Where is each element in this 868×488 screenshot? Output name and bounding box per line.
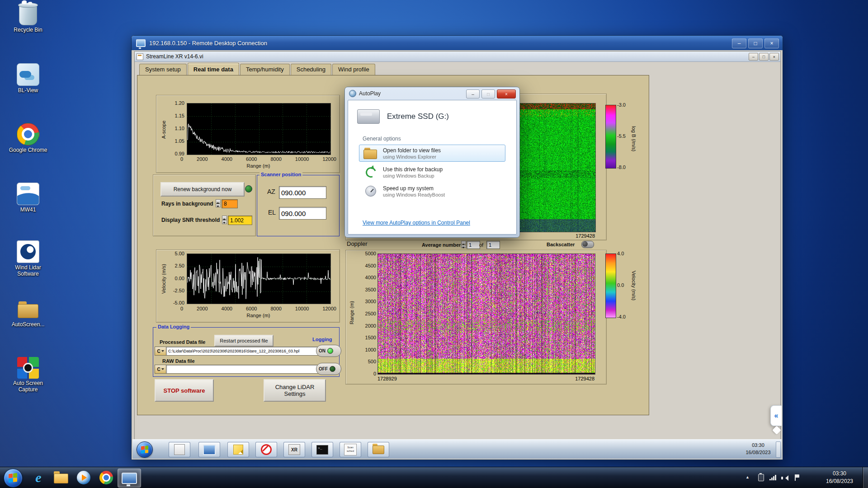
start-button[interactable] [4,469,23,488]
rdp-maximize-icon[interactable]: □ [748,38,763,48]
taskbar-clock[interactable]: 03:30 16/08/2023 [818,470,861,486]
autoplay-minimize-icon[interactable]: – [466,89,480,99]
desktop-icon-google-chrome[interactable]: Google Chrome [5,123,51,154]
recycle-bin-icon [19,5,37,25]
average-of-field[interactable]: 1 [486,241,500,249]
snr-spinner[interactable] [222,216,227,224]
doppler-colorbar-tick: 0.0 [617,282,624,288]
remote-taskbar-xr-app[interactable]: XR [283,442,305,457]
desktop-icon-autoscreen[interactable]: AutoScreen... [5,298,51,328]
average-number-spinner[interactable] [461,241,466,248]
doppler-y-tick: 4000 [365,275,376,280]
lv-close-icon[interactable]: × [769,53,779,61]
backscatter-toggle[interactable] [581,241,594,248]
ascope-y-tick: 1.05 [175,138,184,144]
autoplay-maximize-icon: □ [481,89,495,99]
az-field[interactable]: 090.000 [279,186,326,199]
rays-in-background-field[interactable]: 8 [222,199,238,208]
desktop-icon-label: Wind Lidar Software [5,265,51,277]
taskbar-windows-explorer[interactable] [50,469,72,487]
desktop-icon-label: AutoScreen... [5,322,51,328]
velocity-y-tick: 2.50 [175,263,184,268]
autoplay-option-label: Use this drive for backup [383,166,443,173]
desktop-icon-auto-screen-capture[interactable]: Auto Screen Capture [5,357,51,393]
tab-scheduling[interactable]: Scheduling [291,64,331,75]
tray-clipboard-icon[interactable] [758,474,764,481]
tray-network-icon[interactable] [769,475,777,480]
el-field[interactable]: 090.000 [279,207,326,220]
doppler-colorbar-ticks: 4.00.0-4.0 [617,251,632,319]
auto-screen-capture-icon [17,357,39,379]
stop-software-button[interactable]: STOP software [155,379,214,402]
remote-taskbar-scan-scheduler-app[interactable]: Scansched [340,442,361,457]
autoplay-option-readyboost[interactable]: Speed up my systemusing Windows ReadyBoo… [359,183,505,200]
ascope-x-tick: 8000 [270,156,281,162]
autoplay-close-icon[interactable]: × [497,89,516,99]
internet-explorer-icon: e [35,470,41,485]
tab-system-setup[interactable]: System setup [139,64,187,75]
snr-threshold-field[interactable]: 1.002 [228,216,252,225]
remote-taskbar-folder-app[interactable] [368,442,389,457]
ascope-y-tick: 1.15 [175,113,184,118]
average-number-field[interactable]: 1 [467,241,480,249]
desktop-icon-bl-view[interactable]: BL-View [5,63,51,94]
tab-real-time-data[interactable]: Real time data [188,63,239,75]
show-desktop-button[interactable] [863,467,868,488]
rdp-minimize-icon[interactable]: – [732,38,746,48]
remote-taskbar-sticky-notes-app[interactable] [227,442,249,457]
autoplay-options-list: Open folder to view filesusing Windows E… [359,145,505,200]
doppler-y-tick: 2500 [365,311,376,316]
autoplay-option-backup[interactable]: Use this drive for backupusing Windows B… [359,164,505,181]
remote-taskbar-console-app[interactable] [311,442,333,457]
tray-action-center-flag-icon[interactable] [795,474,799,481]
autoplay-option-folder[interactable]: Open folder to view filesusing Windows E… [359,145,505,162]
document-app-icon [174,444,185,455]
desktop-icon-wind-lidar-software[interactable]: Wind Lidar Software [5,240,51,277]
raw-logging-switch[interactable]: OFF [316,363,341,375]
remote-taskbar-display-settings-app[interactable] [198,442,220,457]
taskbar-remote-desktop[interactable] [118,469,141,488]
taskbar-chrome[interactable] [95,469,118,487]
remote-start-button[interactable] [137,441,153,458]
lv-restore-icon[interactable]: □ [759,53,769,61]
ascope-plot-canvas [187,103,331,155]
desktop-icon-mw41[interactable]: MW41 [5,183,51,213]
teamviewer-panel-tab[interactable]: « [770,405,782,426]
tray-volume-icon[interactable] [781,475,788,481]
processed-path-field[interactable]: C:\Lidar\Data\Proc\2023\202308\20230816\… [166,347,319,356]
tab-wind-profile[interactable]: Wind profile [332,64,375,75]
velocity-y-ticks: 5.002.500.00-2.50-5.00 [165,251,184,305]
tab-temp-humidity[interactable]: Temp/humidity [240,64,290,75]
background-controls-group: Renew background now Rays in background … [153,174,256,236]
data-logging-group: Processed Data file Restart processed fi… [153,327,340,377]
desktop-icon-recycle-bin[interactable]: Recycle Bin [5,5,51,33]
processed-drive-selector[interactable]: C [155,347,166,356]
raw-data-file-label: RAW Data file [162,358,195,364]
processed-logging-switch[interactable]: ON [316,345,341,357]
lv-minimize-icon[interactable]: – [749,53,758,61]
remote-taskbar-power-control-app[interactable] [255,442,277,457]
rays-spinner[interactable] [216,199,221,207]
renew-background-button[interactable]: Renew background now [160,182,245,197]
rdp-window-icon [136,39,146,47]
restart-processed-file-button[interactable]: Restart processed file [214,335,274,347]
media-player-icon [77,471,90,484]
remote-taskbar-document-app[interactable] [169,442,190,457]
taskbar-internet-explorer[interactable]: e [27,469,50,487]
raw-drive-selector[interactable]: C [155,365,166,374]
show-hidden-icons-button[interactable]: ▲ [745,475,750,479]
autoplay-control-panel-link[interactable]: View more AutoPlay options in Control Pa… [363,220,470,226]
desktop-icon-label: Google Chrome [5,147,51,154]
remote-taskbar-clock[interactable]: 03:30 16/08/2023 [742,442,774,456]
windows-flag-icon [141,446,148,454]
rdp-close-icon[interactable]: × [764,38,779,48]
logging-label: Logging [312,337,332,342]
velocity-x-axis-label: Range (m) [187,313,330,318]
ascope-x-tick: 4000 [222,156,232,162]
velocity-x-ticks: 020004000600080001000012000 [180,306,336,311]
change-lidar-settings-button[interactable]: Change LiDAR Settings [264,379,326,402]
taskbar-media-player[interactable] [72,469,95,487]
raw-path-field[interactable] [166,365,319,374]
labview-titlebar: StreamLine XR v14-6.vi – □ × [135,52,780,62]
remote-show-desktop-button[interactable] [776,441,781,458]
